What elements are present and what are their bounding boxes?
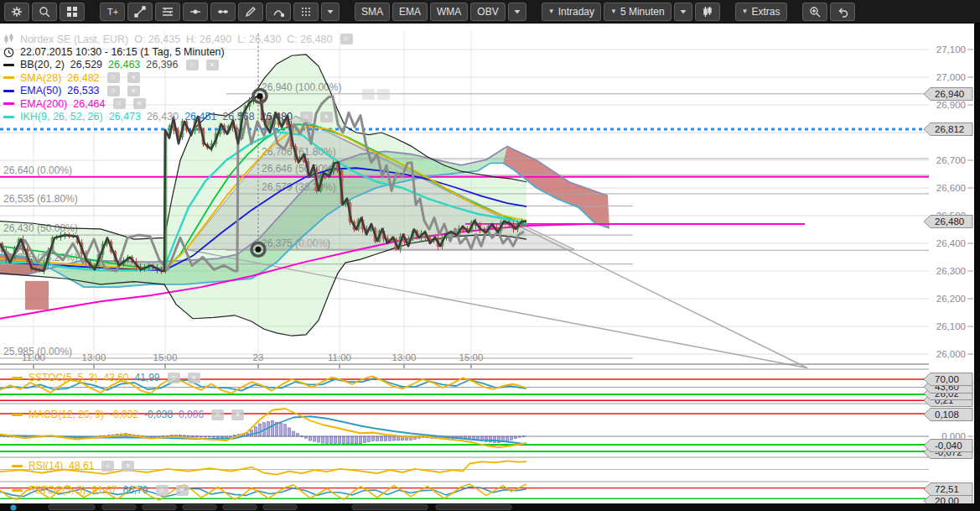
- macd-histogram-bar: [213, 436, 215, 437]
- toolbar-pattern-dots-button[interactable]: [293, 3, 319, 21]
- caret-down-icon: ▼: [610, 8, 617, 15]
- toolbar-undo-button[interactable]: [830, 3, 855, 21]
- ema200-remove-button[interactable]: ×: [133, 98, 146, 109]
- macd-histogram-bar: [288, 428, 291, 436]
- rsi-pane-label: RSI(14) 48,61 ○×: [12, 460, 134, 472]
- sma-value: 26,482: [67, 72, 99, 84]
- ema50-legend-row: EMA(50) 26,533 ○×: [3, 85, 353, 97]
- sstoc-color-dash: [12, 377, 23, 379]
- toolbar-button-obv[interactable]: OBV: [470, 3, 505, 21]
- sma-color-dash: [3, 76, 14, 79]
- fstoc-remove-button[interactable]: ×: [176, 485, 189, 496]
- price-axis-label: 26,700: [936, 155, 966, 165]
- toolbar-button-label: SMA: [361, 6, 383, 18]
- dashed-line-icon: [217, 6, 229, 18]
- macd-histogram-bar: [360, 436, 362, 444]
- toolbar-dashed-line-button[interactable]: [210, 3, 236, 21]
- taskbar-item[interactable]: [102, 505, 136, 510]
- candles-icon: [702, 6, 713, 18]
- macd-remove-button[interactable]: ×: [231, 409, 244, 420]
- ikh-remove-button[interactable]: ×: [320, 112, 333, 123]
- toolbar-arc-button[interactable]: [266, 3, 291, 21]
- macd-histogram-bar: [506, 436, 509, 441]
- macd-histogram-bar: [293, 431, 295, 436]
- sma-legend-row: SMA(28) 26,482 ○×: [3, 71, 353, 84]
- macd-pane-label: MACD(12, 26, 9) -0,032 -0,038 0,006 ○×: [12, 409, 244, 420]
- sma-settings-button[interactable]: ○: [107, 72, 120, 83]
- macd-histogram-bar: [339, 436, 341, 444]
- macd-histogram-bar: [255, 427, 257, 436]
- macd-histogram-bar: [393, 436, 396, 441]
- toolbar-button-label: EMA: [399, 6, 421, 18]
- sma-remove-button[interactable]: ×: [127, 72, 140, 83]
- rsi-settings-button[interactable]: ○: [101, 461, 114, 472]
- ikh-label: IKH(9, 26, 52, 26): [20, 111, 103, 123]
- toolbar-caret-down-button[interactable]: [321, 3, 340, 21]
- taskbar-item[interactable]: [436, 505, 511, 510]
- macd-histogram-bar: [330, 436, 333, 444]
- ikh-chikou-value: 26,451: [184, 111, 216, 123]
- toolbar-button-5-minuten[interactable]: ▼5 Minuten: [604, 3, 671, 21]
- toolbar-horizontal-line-button[interactable]: [183, 3, 208, 21]
- ema200-settings-button[interactable]: ○: [113, 98, 126, 109]
- ema50-remove-button[interactable]: ×: [127, 86, 140, 96]
- rsi-remove-button[interactable]: ×: [122, 461, 134, 472]
- svg-text:T+: T+: [107, 7, 118, 17]
- toolbar-zoom-in-button[interactable]: [802, 3, 827, 21]
- macd-histogram-bar: [334, 436, 337, 444]
- toolbar-gear-button[interactable]: [4, 3, 29, 21]
- sstoc-remove-button[interactable]: ×: [188, 373, 200, 383]
- bb-remove-button[interactable]: ×: [206, 60, 219, 70]
- trend-line-icon: [134, 6, 146, 18]
- toolbar-fib-retracement-button[interactable]: [155, 3, 180, 21]
- taskbar-item[interactable]: [49, 505, 95, 510]
- taskbar-item[interactable]: [263, 505, 297, 510]
- macd-settings-button[interactable]: ○: [211, 409, 224, 420]
- fib-settings-button-ghost: [300, 238, 313, 249]
- toolbar-text-plus-button[interactable]: T+: [100, 3, 125, 21]
- price-axis-tag-label: 26,812: [935, 124, 964, 134]
- taskbar-item[interactable]: [143, 505, 176, 510]
- taskbar-app-icon[interactable]: [11, 505, 17, 511]
- window-right-edge: [974, 23, 980, 511]
- period-row: 22.07.2015 10:30 - 16:15 (1 Tag, 5 Minut…: [3, 45, 353, 58]
- toolbar-button-intraday[interactable]: ▼Intraday: [542, 3, 601, 21]
- toolbar-grid-button[interactable]: [60, 3, 85, 21]
- macd-histogram-bar: [297, 434, 299, 436]
- toolbar-button-label: WMA: [437, 6, 461, 18]
- macd-histogram-bar: [523, 435, 526, 436]
- toolbar-button-sma[interactable]: SMA: [355, 3, 390, 21]
- macd-histogram-bar: [490, 436, 492, 442]
- ema50-settings-button[interactable]: ○: [107, 86, 120, 96]
- bb-settings-button[interactable]: ○: [186, 60, 199, 70]
- toolbar-caret-down-button[interactable]: [674, 3, 692, 21]
- toolbar-button-label: Extras: [752, 6, 780, 18]
- toolbar-button-wma[interactable]: WMA: [430, 3, 468, 21]
- taskbar-item[interactable]: [223, 505, 257, 510]
- bb-legend-row: BB(20, 2) 26,529 26,463 26,396 ○×: [3, 59, 353, 71]
- taskbar-item[interactable]: [183, 505, 216, 510]
- ikh-kijun-value: 26,430: [147, 111, 179, 123]
- ikh-senkou-a-value: 26,568: [222, 111, 254, 123]
- bb-mid-value: 26,463: [108, 59, 140, 70]
- price-axis-tag-label: 26,940: [935, 89, 964, 99]
- ikh-settings-button[interactable]: ○: [300, 112, 313, 123]
- toolbar-pencil-button[interactable]: [238, 3, 263, 21]
- sstoc-settings-button[interactable]: ○: [168, 373, 180, 383]
- toolbar-caret-down-button[interactable]: [508, 3, 526, 21]
- toolbar-button-ema[interactable]: EMA: [392, 3, 428, 21]
- macd-histogram-bar: [259, 424, 262, 436]
- toolbar-candles-button[interactable]: [695, 3, 720, 21]
- sstoc-d-value: 41,99: [135, 372, 160, 383]
- macd-histogram-bar: [364, 436, 366, 443]
- fstoc-settings-button[interactable]: ○: [156, 485, 169, 496]
- toolbar-trend-line-button[interactable]: [127, 3, 153, 21]
- macd-histogram-bar: [179, 435, 182, 436]
- macd-signal-value: -0,038: [144, 409, 173, 420]
- toolbar-search-button[interactable]: [32, 3, 57, 21]
- fib_left-level-label: 26,640 (0.00%): [3, 164, 72, 176]
- toolbar-button-extras[interactable]: ▼Extras: [735, 3, 787, 21]
- symbol-settings-button[interactable]: ○: [340, 34, 353, 44]
- chart-legend: Nordex SE (Last, EUR) O: 26,435 H: 26,49…: [3, 33, 353, 123]
- taskbar-item[interactable]: [352, 505, 428, 510]
